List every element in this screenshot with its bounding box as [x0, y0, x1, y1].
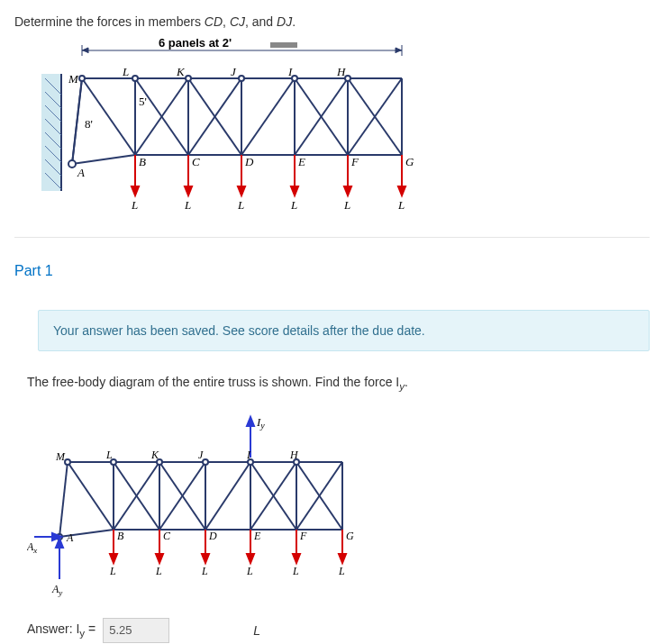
svg-text:J: J — [231, 65, 237, 78]
svg-marker-116 — [293, 554, 300, 563]
svg-point-40 — [239, 76, 244, 81]
svg-point-42 — [345, 76, 350, 81]
svg-text:Ay: Ay — [51, 583, 62, 597]
svg-text:L: L — [184, 198, 191, 212]
svg-text:M: M — [68, 72, 79, 86]
svg-text:B: B — [139, 155, 146, 168]
svg-marker-110 — [156, 554, 163, 563]
svg-marker-54 — [398, 186, 405, 195]
svg-text:D: D — [208, 530, 217, 542]
svg-marker-48 — [238, 186, 245, 195]
body-text: The free-body diagram of the entire trus… — [27, 375, 650, 392]
svg-point-39 — [186, 76, 191, 81]
answer-input[interactable] — [103, 618, 169, 643]
svg-marker-46 — [185, 186, 192, 195]
panels-label: 6 panels at 2' — [159, 38, 232, 50]
answer-unit: L — [253, 623, 260, 638]
svg-line-27 — [241, 78, 295, 155]
svg-text:L: L — [237, 198, 244, 212]
divider — [14, 237, 650, 238]
svg-text:A: A — [77, 166, 85, 179]
svg-point-100 — [65, 459, 70, 465]
svg-text:Iy: Iy — [256, 415, 265, 431]
svg-point-103 — [203, 459, 208, 465]
svg-text:F: F — [299, 530, 307, 542]
svg-text:H: H — [336, 65, 346, 78]
svg-text:G: G — [346, 530, 354, 542]
svg-marker-77 — [247, 417, 254, 426]
svg-text:L: L — [105, 449, 113, 461]
svg-text:I: I — [287, 65, 293, 78]
svg-marker-108 — [110, 554, 117, 563]
svg-text:J: J — [198, 449, 204, 461]
svg-text:L: L — [131, 198, 138, 212]
svg-marker-52 — [344, 186, 351, 195]
saved-info-box: Your answer has been saved. See score de… — [38, 310, 650, 351]
svg-rect-10 — [270, 42, 297, 48]
svg-text:Ax: Ax — [27, 540, 37, 555]
svg-text:L: L — [343, 198, 350, 212]
svg-text:G: G — [405, 155, 414, 168]
svg-text:E: E — [297, 155, 305, 168]
question-text: Determine the forces in members CD, CJ, … — [14, 14, 650, 29]
svg-text:L: L — [292, 565, 299, 577]
svg-line-23 — [72, 78, 82, 164]
svg-text:L: L — [290, 198, 297, 212]
svg-point-36 — [68, 160, 76, 168]
svg-marker-122 — [56, 539, 63, 548]
svg-text:L: L — [155, 565, 162, 577]
answer-row: Answer: Iy = L — [27, 618, 650, 643]
svg-text:F: F — [350, 155, 359, 168]
svg-text:L: L — [338, 565, 345, 577]
svg-text:C: C — [192, 155, 200, 168]
svg-text:M: M — [55, 450, 66, 463]
answer-label: Answer: Iy = — [27, 621, 96, 639]
svg-point-41 — [292, 76, 297, 81]
svg-line-86 — [59, 462, 68, 537]
svg-text:C: C — [163, 530, 171, 542]
svg-text:K: K — [176, 65, 186, 78]
svg-marker-112 — [202, 554, 209, 563]
svg-marker-44 — [132, 186, 139, 195]
svg-marker-114 — [247, 554, 254, 563]
svg-point-38 — [132, 76, 138, 81]
svg-text:L: L — [201, 565, 208, 577]
svg-text:L: L — [397, 198, 405, 212]
svg-text:A: A — [66, 531, 74, 544]
part-title: Part 1 — [14, 263, 650, 279]
svg-text:L: L — [122, 65, 129, 78]
svg-line-16 — [72, 155, 135, 164]
svg-line-94 — [205, 462, 250, 530]
truss-figure-2: Iy — [27, 408, 650, 600]
svg-marker-118 — [339, 554, 346, 563]
svg-line-89 — [68, 462, 114, 530]
svg-point-37 — [79, 76, 85, 81]
svg-text:L: L — [246, 565, 253, 577]
svg-text:L: L — [109, 565, 116, 577]
svg-text:8': 8' — [85, 117, 93, 131]
svg-text:D: D — [244, 155, 254, 168]
truss-figure-1: 6 panels at 2' — [41, 38, 650, 221]
svg-text:H: H — [289, 449, 299, 461]
svg-text:E: E — [253, 530, 261, 542]
svg-text:K: K — [150, 449, 159, 461]
svg-text:B: B — [117, 530, 124, 542]
svg-marker-50 — [291, 186, 298, 195]
svg-text:5': 5' — [139, 95, 147, 108]
